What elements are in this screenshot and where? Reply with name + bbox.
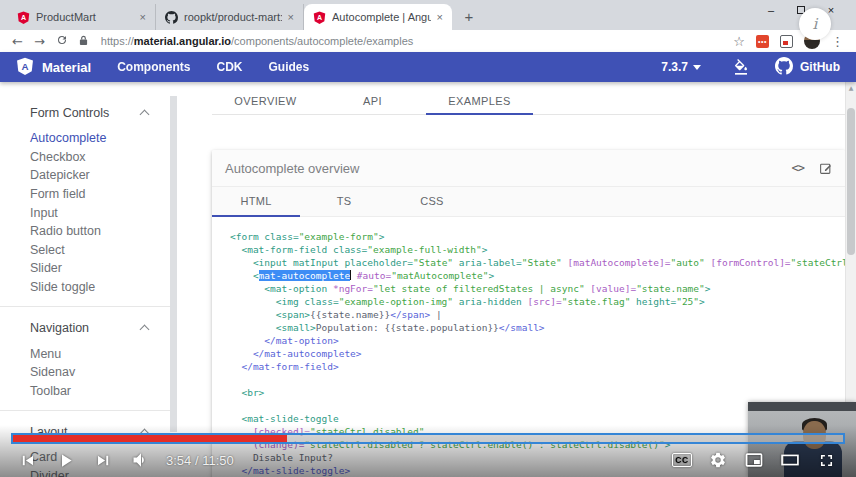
- tab-close-icon[interactable]: ×: [437, 12, 443, 23]
- video-info-card-icon[interactable]: i: [799, 8, 831, 40]
- player-volume-button[interactable]: [126, 448, 156, 472]
- nav-item-cdk[interactable]: CDK: [216, 60, 242, 74]
- sidebar-item-autocomplete[interactable]: Autocomplete: [0, 129, 170, 148]
- tab-overview[interactable]: OVERVIEW: [212, 88, 319, 114]
- angular-favicon-icon: A: [17, 11, 30, 24]
- player-play-button[interactable]: [50, 448, 80, 472]
- chevron-down-icon: [693, 65, 701, 70]
- back-icon[interactable]: ←: [12, 35, 23, 48]
- player-next-button[interactable]: [88, 448, 118, 472]
- nav-item-guides[interactable]: Guides: [268, 60, 309, 74]
- sidebar-item-form-field[interactable]: Form field: [0, 185, 170, 204]
- sidebar-item-toolbar[interactable]: Toolbar: [0, 382, 170, 401]
- extension-icon[interactable]: •••: [756, 35, 769, 48]
- sidebar-item-select[interactable]: Select: [0, 241, 170, 260]
- time-display: 3:54 / 11:50: [166, 453, 234, 468]
- player-captions-button[interactable]: CC: [668, 448, 696, 472]
- scroll-up-arrow-icon[interactable]: ▲: [846, 82, 856, 94]
- sidebar-section-header[interactable]: Form Controls: [0, 98, 170, 129]
- code-token: </mat-option>: [230, 335, 339, 346]
- code-token: <: [230, 270, 259, 281]
- code-token: <input matInput placeholder=: [230, 257, 413, 268]
- player-miniplayer-button[interactable]: [740, 448, 768, 472]
- player-settings-button[interactable]: [704, 448, 732, 472]
- extension-icon-2[interactable]: [780, 35, 793, 48]
- refresh-icon[interactable]: [56, 34, 68, 48]
- sidebar-item-input[interactable]: Input: [0, 203, 170, 222]
- code-token: >: [379, 231, 385, 242]
- player-previous-button[interactable]: [12, 448, 42, 472]
- sidebar-item-slider[interactable]: Slider: [0, 259, 170, 278]
- theme-bucket-icon[interactable]: [733, 59, 749, 75]
- code-tab-html[interactable]: HTML: [212, 187, 300, 216]
- sidebar-item-menu[interactable]: Menu: [0, 344, 170, 363]
- url-domain: material.angular.io: [134, 35, 231, 47]
- code-token: "let state of filteredStates | async": [373, 283, 585, 294]
- progress-played: [13, 435, 287, 442]
- browser-tab[interactable]: roopkt/product-mart: An angula×: [156, 4, 304, 30]
- sidebar-item-slide-toggle[interactable]: Slide toggle: [0, 278, 170, 297]
- code-token: height=: [630, 296, 676, 307]
- material-brand[interactable]: A Material: [16, 57, 91, 78]
- code-token: </mat-autocomplete>: [230, 348, 362, 359]
- forward-icon[interactable]: →: [34, 35, 45, 48]
- browser-tab[interactable]: AProductMart×: [8, 4, 156, 30]
- code-tab-css[interactable]: CSS: [388, 187, 476, 216]
- svg-text:A: A: [317, 14, 322, 21]
- chevron-up-icon: [140, 110, 150, 120]
- bookmark-star-icon[interactable]: ☆: [733, 35, 745, 48]
- sidebar-item-radio-button[interactable]: Radio button: [0, 222, 170, 241]
- code-token: "stateCtrl": [791, 257, 845, 268]
- captions-icon: CC: [672, 453, 691, 467]
- github-link[interactable]: GitHub: [775, 57, 840, 78]
- address-bar[interactable]: https://material.angular.io/components/a…: [101, 35, 723, 47]
- lock-icon: [79, 35, 88, 48]
- sidebar-section: NavigationMenuSidenavToolbar: [0, 306, 170, 410]
- code-line: <mat-form-field class="example-full-widt…: [230, 243, 845, 256]
- window-minimize-icon[interactable]: –: [756, 3, 786, 17]
- edit-stackblitz-icon[interactable]: [819, 162, 832, 175]
- code-line: </mat-autocomplete>: [230, 347, 845, 360]
- sidebar-section: Form ControlsAutocompleteCheckboxDatepic…: [0, 92, 170, 306]
- brand-label: Material: [42, 60, 91, 75]
- player-theater-button[interactable]: [776, 448, 804, 472]
- code-token: Population: {{state.population}}: [316, 322, 499, 333]
- code-line: <span>{{state.name}}</span> |: [230, 308, 845, 321]
- nav-item-components[interactable]: Components: [117, 60, 190, 74]
- video-progress-bar[interactable]: [11, 433, 845, 444]
- sidebar-section-header[interactable]: Navigation: [0, 313, 170, 344]
- scrollbar-thumb[interactable]: [847, 108, 855, 255]
- tab-close-icon[interactable]: ×: [140, 12, 146, 23]
- code-tab-ts[interactable]: TS: [300, 187, 388, 216]
- browser-menu-dots-icon[interactable]: ⋮: [831, 35, 844, 48]
- version-label: 7.3.7: [661, 60, 688, 74]
- sidebar-item-sidenav[interactable]: Sidenav: [0, 363, 170, 382]
- new-tab-button[interactable]: +: [456, 7, 482, 27]
- sidebar-item-checkbox[interactable]: Checkbox: [0, 148, 170, 167]
- svg-text:A: A: [21, 14, 26, 21]
- code-line: <mat-option *ngFor="let state of filtere…: [230, 282, 845, 295]
- player-fullscreen-button[interactable]: [812, 448, 840, 472]
- code-token: >: [482, 244, 488, 255]
- view-source-icon[interactable]: <>: [792, 161, 804, 175]
- angular-logo-icon: A: [16, 57, 34, 78]
- tab-close-icon[interactable]: ×: [288, 12, 294, 23]
- selected-code-text: mat-autocomplete: [259, 270, 351, 281]
- code-token: <br>: [230, 387, 264, 398]
- sidebar-item-datepicker[interactable]: Datepicker: [0, 166, 170, 185]
- code-token: aria-label=: [453, 257, 522, 268]
- code-token: "25": [676, 296, 699, 307]
- tab-examples[interactable]: EXAMPLES: [426, 88, 533, 114]
- code-token: "state.flag": [562, 296, 631, 307]
- browser-tab[interactable]: AAutocomplete | Angular Material×: [304, 4, 452, 30]
- code-token: >: [699, 296, 705, 307]
- sidebar-scrollbar[interactable]: [170, 96, 177, 432]
- code-token: >: [705, 283, 711, 294]
- youtube-video-player[interactable]: AProductMart×roopkt/product-mart: An ang…: [0, 0, 856, 477]
- active-tab-ink-bar: [426, 113, 533, 115]
- tab-api[interactable]: API: [319, 88, 426, 114]
- version-picker[interactable]: 7.3.7: [661, 60, 701, 74]
- example-title: Autocomplete overview: [225, 161, 359, 176]
- code-token: aria-hidden: [453, 296, 527, 307]
- code-line: <input matInput placeholder="State" aria…: [230, 256, 845, 269]
